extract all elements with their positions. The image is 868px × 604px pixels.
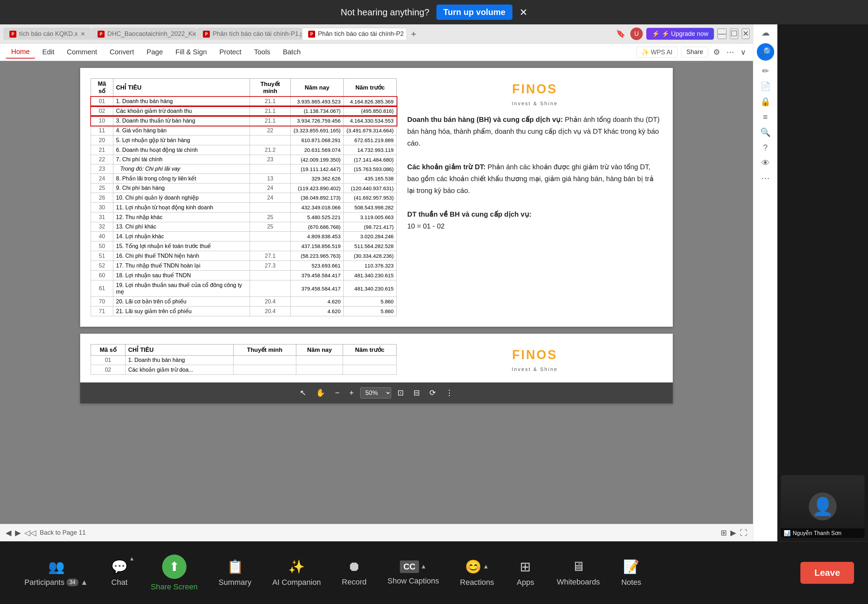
- user-avatar[interactable]: U: [630, 28, 643, 40]
- tab-tich-bao-cao[interactable]: P tích báo cáo KQKD.x ✕: [3, 28, 91, 40]
- prev-page-arrow[interactable]: ◀: [6, 528, 11, 538]
- lightning-icon: ⚡: [652, 30, 660, 38]
- nav-apps[interactable]: ⊞ Apps: [504, 556, 546, 590]
- tab-phantich-p1[interactable]: P Phân tích báo cáo tài chính-P1.pdf: [197, 28, 302, 40]
- chat-icon-wrapper: 💬 ▲: [111, 559, 127, 575]
- doc-sidebar-icon[interactable]: 📄: [760, 82, 771, 91]
- bookmark-icon[interactable]: 🔖: [615, 28, 627, 40]
- nav-summary[interactable]: 📋 Summary: [208, 556, 262, 590]
- upgrade-now-button[interactable]: ⚡ ⚡ Upgrade now: [646, 28, 714, 40]
- list-sidebar-icon[interactable]: ≡: [763, 112, 767, 122]
- more-sidebar-icon[interactable]: ⋯: [761, 173, 770, 183]
- maximize-button[interactable]: ☐: [730, 29, 738, 39]
- menu-protect[interactable]: Protect: [214, 46, 247, 58]
- chat-arrow[interactable]: ▲: [129, 556, 135, 562]
- back-to-page-label: Back to Page 11: [40, 529, 86, 536]
- close-notification-button[interactable]: ✕: [519, 7, 527, 18]
- pdf-page-1: Mã số CHỈ TIÊU Thuyết minh Năm nay Năm t…: [80, 68, 673, 327]
- menu-home[interactable]: Home: [6, 46, 35, 59]
- row-note: 21.1: [250, 97, 291, 106]
- rotate-button[interactable]: ⟳: [426, 386, 439, 400]
- pan-tool-button[interactable]: ✋: [312, 386, 329, 400]
- tab-close-icon-4[interactable]: ✕: [406, 31, 407, 37]
- fit-page-button[interactable]: ⊡: [394, 386, 407, 400]
- reactions-arrow[interactable]: ▲: [483, 563, 489, 570]
- eye-sidebar-icon[interactable]: 👁: [761, 158, 770, 168]
- table-row: 23 Trong đó: Chi phí lãi vay (19.111.142…: [91, 164, 397, 174]
- share-screen-label: Share Screen: [151, 582, 198, 592]
- finos-brand-name: FINOS: [512, 78, 557, 100]
- fullscreen-button[interactable]: ⛶: [740, 528, 747, 538]
- new-tab-button[interactable]: +: [408, 29, 420, 39]
- viewer-container: P tích báo cáo KQKD.x ✕ P DHC_Baocaotaic…: [0, 25, 753, 541]
- menu-page[interactable]: Page: [141, 46, 169, 58]
- nav-share-screen[interactable]: ⬆ Share Screen: [141, 551, 208, 595]
- close-window-button[interactable]: ✕: [742, 29, 749, 39]
- ai-companion-icon: ✨: [288, 559, 305, 575]
- zoom-level-select[interactable]: 50% 75% 100% 125% 150%: [360, 387, 391, 399]
- text-paragraph-2: Các khoản giảm trừ DT: Phản ánh các khoả…: [407, 161, 662, 196]
- zoom-sidebar-button[interactable]: 🔎: [757, 43, 774, 60]
- menu-convert[interactable]: Convert: [104, 46, 140, 58]
- first-page-button[interactable]: ◁◁: [25, 528, 36, 538]
- cursor-tool-button[interactable]: ↖: [296, 386, 310, 400]
- fit-width-button[interactable]: ⊟: [410, 386, 423, 400]
- participants-arrow[interactable]: ▲: [81, 578, 88, 587]
- text-section: FINOS Invest & Shine Doanh thu bán hàng …: [407, 78, 662, 316]
- app-menu: Home Edit Comment Convert Page Fill & Si…: [0, 43, 753, 61]
- finos-brand-name-2: FINOS: [512, 344, 557, 365]
- table-row: 02 Các khoản giảm trừ doanh thu 21.1 (1.…: [91, 106, 397, 116]
- nav-notes[interactable]: 📝 Notes: [611, 556, 652, 590]
- tab-dhc[interactable]: P DHC_Baocaotaichinh_2022_Kiemtoan: [92, 28, 196, 40]
- reactions-icon: 😊: [465, 559, 481, 575]
- reactions-label: Reactions: [460, 578, 494, 587]
- nav-participants[interactable]: 👥 Participants 34 ▲: [14, 556, 99, 590]
- zoom-in-button[interactable]: +: [346, 386, 357, 400]
- turn-up-volume-button[interactable]: Turn up volume: [436, 5, 512, 20]
- menu-batch[interactable]: Batch: [277, 46, 306, 58]
- edit-sidebar-icon[interactable]: ✏: [762, 66, 769, 76]
- right-sidebar: ☁ 🔎 ✏ 📄 🔒 ≡ 🔍 ? 👁 ⋯: [753, 25, 777, 541]
- nav-record[interactable]: ⏺ Record: [332, 556, 377, 590]
- text-paragraph-3: DT thuần về BH và cung cấp dịch vụ: 10 =…: [407, 208, 662, 232]
- nav-ai-companion[interactable]: ✨ AI Companion: [262, 556, 331, 590]
- search-sidebar-icon[interactable]: 🔍: [760, 128, 771, 137]
- nav-whiteboards[interactable]: 🖥 Whiteboards: [546, 556, 611, 590]
- nav-show-captions[interactable]: CC ▲ Show Captions: [377, 557, 450, 589]
- zoom-out-button[interactable]: −: [332, 386, 343, 400]
- participants-icon: 👥: [48, 559, 65, 575]
- sidebar-collapse-icon[interactable]: ☁: [761, 28, 770, 38]
- collapse-icon[interactable]: ∨: [739, 46, 747, 58]
- more-options-icon[interactable]: ⋯: [725, 46, 736, 58]
- table-row: 61 19. Lợi nhuận thuần sau thuế của cổ đ…: [91, 280, 397, 297]
- more-tools-button[interactable]: ⋮: [442, 386, 457, 400]
- pdf-content-area[interactable]: Mã số CHỈ TIÊU Thuyết minh Năm nay Năm t…: [0, 61, 753, 524]
- finos-logo-2: FINOS Invest & Shine: [407, 344, 662, 374]
- menu-edit[interactable]: Edit: [37, 46, 60, 58]
- menu-fill-sign[interactable]: Fill & Sign: [170, 46, 212, 58]
- reactions-icon-wrapper: 😊 ▲: [465, 559, 489, 575]
- settings-icon[interactable]: ⚙: [712, 46, 722, 58]
- nav-chat[interactable]: 💬 ▲ Chat: [99, 556, 141, 590]
- tab-close-icon[interactable]: ✕: [81, 31, 85, 37]
- whiteboards-label: Whiteboards: [557, 578, 600, 587]
- captions-arrow[interactable]: ▲: [420, 563, 427, 570]
- text-title-3: DT thuần về BH và cung cấp dịch vụ:: [407, 210, 531, 218]
- pdf-icon-4: P: [308, 31, 315, 38]
- play-button[interactable]: ▶: [730, 528, 736, 538]
- menu-tools[interactable]: Tools: [248, 46, 276, 58]
- wps-ai-button[interactable]: ✨ WPS AI: [636, 47, 678, 58]
- menu-comment[interactable]: Comment: [61, 46, 103, 58]
- captions-label: Show Captions: [388, 576, 439, 585]
- split-view-button[interactable]: ⊞: [721, 528, 727, 538]
- share-button[interactable]: Share: [681, 47, 708, 57]
- help-sidebar-icon[interactable]: ?: [763, 143, 767, 153]
- tab-phantich-p2[interactable]: P Phân tích báo cáo tài chính-P2 ✕: [302, 28, 407, 40]
- minimize-button[interactable]: —: [718, 29, 727, 39]
- finos-tagline: Invest & Shine: [512, 100, 558, 108]
- nav-reactions[interactable]: 😊 ▲ Reactions: [450, 556, 505, 590]
- record-label: Record: [342, 578, 367, 587]
- next-page-arrow[interactable]: ▶: [15, 528, 21, 538]
- lock-sidebar-icon[interactable]: 🔒: [760, 97, 771, 107]
- leave-button[interactable]: Leave: [800, 562, 854, 584]
